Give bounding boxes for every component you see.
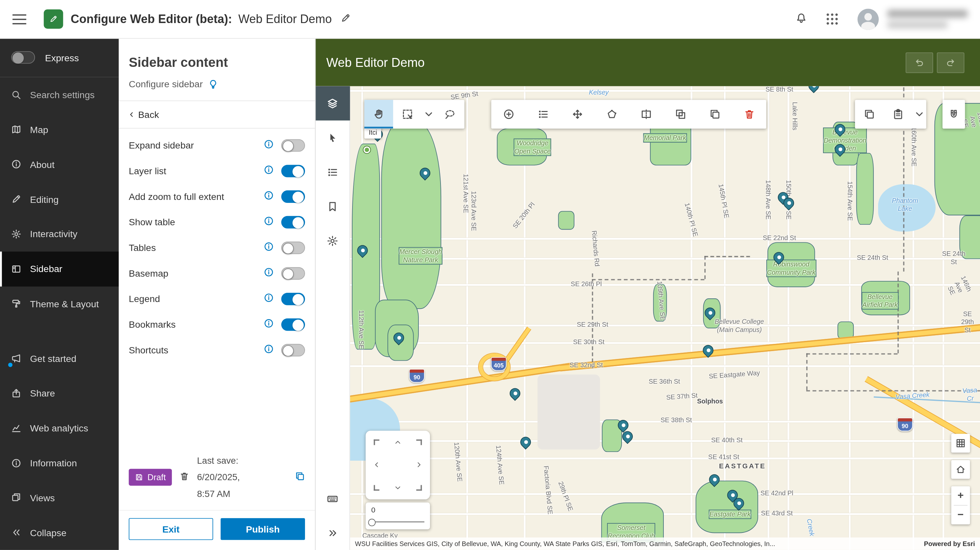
pad-right-button[interactable] bbox=[415, 461, 423, 469]
pad-corner-tl[interactable] bbox=[374, 439, 379, 445]
zoom-out-button[interactable]: − bbox=[951, 506, 970, 524]
info-icon[interactable] bbox=[264, 344, 274, 356]
undo-button[interactable] bbox=[905, 52, 933, 73]
info-icon[interactable] bbox=[264, 319, 274, 330]
pad-down-button[interactable] bbox=[394, 484, 402, 492]
toolbar-tool-button[interactable] bbox=[912, 100, 926, 128]
info-icon[interactable] bbox=[264, 190, 274, 202]
toggle-switch[interactable] bbox=[281, 344, 305, 356]
toolbar-tool-button[interactable] bbox=[663, 100, 697, 128]
toolbar-tool-button[interactable] bbox=[595, 100, 629, 128]
toggle-switch[interactable] bbox=[281, 164, 305, 177]
park-feature-polygon[interactable] bbox=[653, 284, 667, 322]
lightbulb-icon[interactable] bbox=[208, 79, 218, 89]
sidebar-nav-item[interactable]: Interactivity bbox=[0, 217, 119, 252]
info-icon[interactable] bbox=[264, 216, 274, 228]
slider-track[interactable] bbox=[371, 521, 425, 523]
app-launcher-button[interactable] bbox=[826, 13, 839, 26]
toolbar-tool-button[interactable] bbox=[422, 100, 436, 128]
toolbar-tool-button[interactable] bbox=[436, 100, 464, 128]
toolbar-tool-button[interactable] bbox=[629, 100, 663, 128]
sidebar-nav-item[interactable]: Map bbox=[0, 112, 119, 147]
strip-tool-button[interactable] bbox=[315, 516, 350, 550]
pad-left-button[interactable] bbox=[372, 461, 380, 469]
draft-label: Draft bbox=[147, 472, 165, 482]
notifications-button[interactable] bbox=[795, 12, 807, 26]
sidebar-nav-item[interactable]: Views bbox=[0, 480, 119, 515]
sidebar-nav-item[interactable]: Editing bbox=[0, 182, 119, 217]
map-canvas[interactable]: 4059090 SE 8th StKelseySE 9th StMemorial… bbox=[350, 86, 980, 550]
grid-button[interactable] bbox=[951, 434, 970, 453]
toolbar-tool-button[interactable] bbox=[697, 100, 732, 128]
toolbar-tool-button[interactable] bbox=[364, 100, 393, 128]
sidebar-nav-item[interactable]: Web analytics bbox=[0, 411, 119, 445]
map-pin-feature[interactable] bbox=[518, 435, 533, 450]
park-feature-polygon[interactable] bbox=[768, 242, 815, 287]
toolbar-tool-button[interactable] bbox=[560, 100, 594, 128]
user-avatar[interactable] bbox=[858, 9, 879, 30]
zoom-in-button[interactable]: + bbox=[951, 487, 970, 505]
park-feature-polygon[interactable] bbox=[696, 480, 759, 533]
home-button[interactable] bbox=[951, 460, 970, 479]
back-button[interactable]: Back bbox=[119, 100, 315, 128]
strip-tool-button[interactable] bbox=[315, 86, 350, 120]
toolbar-tool-button[interactable] bbox=[732, 100, 766, 128]
strip-tool-button[interactable] bbox=[315, 189, 350, 223]
express-toggle[interactable] bbox=[11, 51, 35, 64]
sidebar-nav-item[interactable]: Share bbox=[0, 376, 119, 411]
park-feature-polygon[interactable] bbox=[959, 216, 980, 259]
edit-title-button[interactable] bbox=[340, 13, 350, 25]
hamburger-menu-button[interactable] bbox=[13, 19, 40, 20]
info-icon[interactable] bbox=[264, 139, 274, 151]
sidebar-nav-item[interactable]: Get started bbox=[0, 341, 119, 376]
map-pin-feature[interactable] bbox=[508, 386, 523, 401]
park-feature-polygon[interactable] bbox=[497, 128, 547, 166]
park-feature-polygon[interactable] bbox=[558, 211, 574, 230]
clipboard-toolbar bbox=[855, 100, 926, 128]
toolbar-tool-button[interactable] bbox=[526, 100, 560, 128]
copy-draft-button[interactable] bbox=[295, 471, 305, 484]
exit-button[interactable]: Exit bbox=[129, 518, 213, 540]
info-icon[interactable] bbox=[264, 165, 274, 176]
sidebar-nav-item[interactable]: Theme & Layout bbox=[0, 286, 119, 321]
toolbar-tool-button[interactable] bbox=[393, 100, 422, 128]
info-icon[interactable] bbox=[264, 293, 274, 304]
toggle-switch[interactable] bbox=[281, 292, 305, 305]
toolbar-tool-button[interactable] bbox=[491, 100, 526, 128]
redo-button[interactable] bbox=[937, 52, 964, 73]
strip-tool-button[interactable] bbox=[315, 120, 350, 155]
pad-up-button[interactable] bbox=[394, 438, 402, 446]
info-icon[interactable] bbox=[264, 267, 274, 279]
strip-tool-button[interactable] bbox=[315, 155, 350, 189]
pad-corner-tr[interactable] bbox=[417, 439, 422, 445]
slider-knob[interactable] bbox=[368, 519, 375, 526]
delete-draft-button[interactable] bbox=[180, 471, 189, 484]
park-feature-polygon[interactable] bbox=[861, 281, 910, 315]
collapse-nav-button[interactable]: Collapse bbox=[0, 515, 119, 550]
toggle-switch[interactable] bbox=[281, 216, 305, 228]
park-feature-polygon[interactable] bbox=[856, 153, 874, 225]
toolbar-tool-button[interactable] bbox=[855, 100, 884, 128]
sidebar-nav-item[interactable]: Information bbox=[0, 445, 119, 480]
toolbar-tool-button[interactable] bbox=[884, 100, 912, 128]
park-feature-polygon[interactable] bbox=[601, 502, 664, 542]
search-settings-input[interactable]: Search settings bbox=[0, 78, 119, 112]
nav-item-label: Get started bbox=[30, 353, 76, 364]
info-icon[interactable] bbox=[264, 242, 274, 254]
pad-corner-br[interactable] bbox=[417, 485, 422, 491]
park-feature-polygon[interactable] bbox=[381, 122, 441, 309]
toolbar-tool-button[interactable] bbox=[942, 100, 965, 128]
strip-tool-button[interactable] bbox=[315, 223, 350, 258]
toggle-switch[interactable] bbox=[281, 139, 305, 152]
sidebar-nav-item[interactable]: Sidebar bbox=[0, 251, 119, 286]
toggle-switch[interactable] bbox=[281, 267, 305, 279]
toggle-switch[interactable] bbox=[281, 190, 305, 203]
strip-tool-button[interactable] bbox=[315, 481, 350, 515]
publish-button[interactable]: Publish bbox=[221, 518, 305, 540]
toggle-switch[interactable] bbox=[281, 241, 305, 254]
pad-corner-bl[interactable] bbox=[374, 485, 379, 491]
sidebar-nav-item[interactable]: About bbox=[0, 147, 119, 182]
toggle-switch[interactable] bbox=[281, 318, 305, 331]
sidebar-toggle-list: Expand sidebar Layer list Add zoom to fu… bbox=[119, 128, 315, 363]
point-feature-marker[interactable] bbox=[363, 146, 370, 153]
